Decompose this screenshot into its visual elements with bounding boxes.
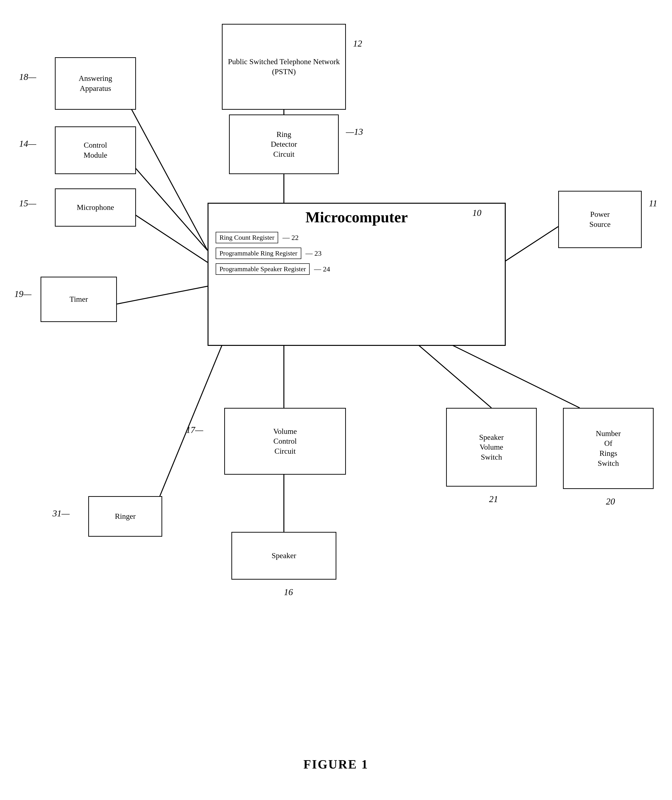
speaker-volume-switch-label: SpeakerVolumeSwitch [479,432,504,462]
figure-caption: FIGURE 1 [0,757,672,771]
speaker-num: 16 [284,587,293,597]
microphone-box: Microphone [55,189,136,227]
microphone-label: Microphone [77,203,114,213]
number-of-rings-label: NumberOfRingsSwitch [596,429,621,468]
ring-detector-num: —13 [346,126,363,137]
answering-box: AnsweringApparatus [55,57,136,110]
microcomputer-label: Microcomputer [216,208,498,226]
ring-detector-box: RingDetectorCircuit [229,115,339,174]
speaker-volume-switch-box: SpeakerVolumeSwitch [446,408,537,486]
prog-speaker-register: Programmable Speaker Register [216,263,310,275]
pstn-box: Public Switched Telephone Network (PSTN) [222,24,346,110]
control-module-box: ControlModule [55,126,136,174]
svg-line-3 [124,155,208,250]
volume-control-label: VolumeControlCircuit [274,426,297,456]
control-module-num: 14— [19,138,36,149]
prog-ring-register: Programmable Ring Register [216,248,301,259]
ringer-num: 31— [53,508,70,518]
ring-detector-label: RingDetectorCircuit [271,130,297,159]
power-source-box: PowerSource [558,191,642,248]
answering-label: AnsweringApparatus [79,74,112,93]
svg-line-6 [160,334,227,496]
svg-line-2 [124,95,208,250]
microcomputer-num: 10 [472,208,482,218]
speaker-volume-switch-num: 21 [489,494,498,504]
ringer-label: Ringer [115,511,136,522]
timer-box: Timer [40,277,117,322]
timer-num: 19— [14,289,32,299]
power-source-num: 11 [649,198,657,208]
microphone-num: 15— [19,198,36,208]
answering-num: 18— [19,72,36,82]
diagram: Public Switched Telephone Network (PSTN)… [0,0,672,800]
svg-line-4 [124,208,208,262]
power-source-label: PowerSource [589,210,611,229]
pstn-num: 12 [353,38,362,49]
ringer-box: Ringer [88,496,162,537]
speaker-label: Speaker [272,551,296,561]
number-of-rings-num: 20 [606,496,615,507]
pstn-label: Public Switched Telephone Network (PSTN) [225,57,343,77]
ring-count-register: Ring Count Register [216,232,278,243]
volume-control-num: 17— [186,424,203,435]
timer-label: Timer [69,294,88,304]
svg-line-11 [503,227,558,262]
volume-control-box: VolumeControlCircuit [224,408,346,475]
control-module-label: ControlModule [83,140,107,160]
number-of-rings-box: NumberOfRingsSwitch [563,408,654,489]
speaker-box: Speaker [231,532,336,579]
microcomputer-box: Microcomputer Ring Count Register — 22 P… [208,203,506,346]
